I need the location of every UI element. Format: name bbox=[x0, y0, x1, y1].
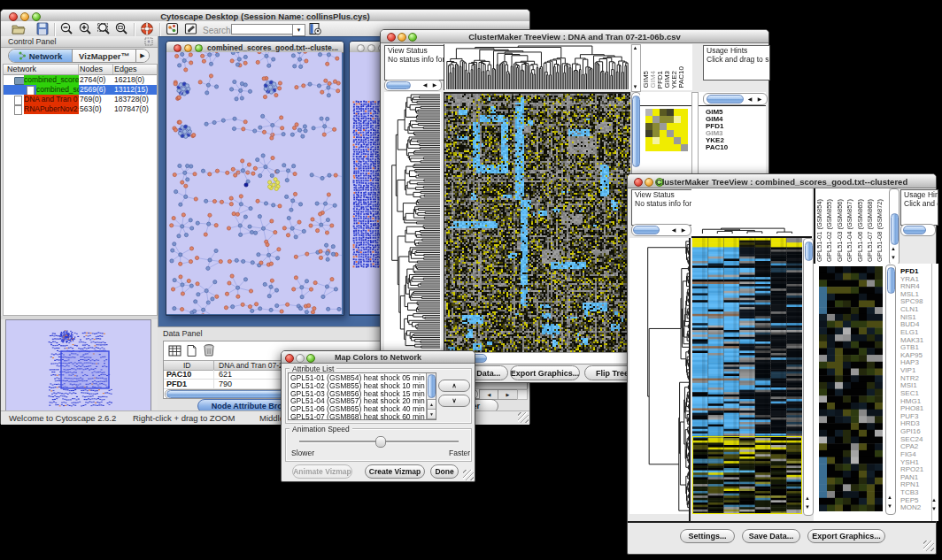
gene-label: VIP1 bbox=[900, 367, 915, 374]
scrollbar-thumb[interactable] bbox=[386, 81, 411, 89]
network-table-row[interactable]: DNA and Tran 07-21-06b.csv769(0)183728(0… bbox=[4, 95, 157, 104]
col-header-network[interactable]: Network bbox=[7, 65, 36, 73]
scroll-up-icon[interactable]: ▲ bbox=[931, 495, 937, 504]
import-table-icon[interactable] bbox=[308, 22, 322, 35]
zoom-window-icon[interactable] bbox=[195, 44, 203, 52]
dialog-title: Map Colors to Network bbox=[282, 353, 475, 362]
scroll-down-icon[interactable]: ▼ bbox=[887, 502, 892, 510]
speed-slider-thumb[interactable] bbox=[375, 436, 386, 448]
attribute-listbox[interactable]: GPL51-01 (GSM854) heat shock 05 minGPL51… bbox=[288, 372, 436, 420]
treeview1-heatmap[interactable] bbox=[444, 92, 630, 352]
minimize-icon[interactable] bbox=[184, 44, 192, 52]
treeview-button[interactable]: Settings... bbox=[680, 529, 735, 543]
close-icon[interactable] bbox=[174, 44, 181, 52]
scroll-up-icon[interactable]: ▲ bbox=[887, 493, 892, 502]
attribute-select-icon[interactable] bbox=[168, 344, 181, 357]
help-lifebuoy-icon[interactable] bbox=[140, 22, 154, 35]
scroll-down-icon[interactable]: ▼ bbox=[931, 504, 937, 513]
treeview2-array-vscrollbar[interactable]: ▲ ▼ bbox=[889, 188, 900, 265]
scrollbar-thumb[interactable] bbox=[887, 267, 895, 294]
move-up-button[interactable]: ∧ bbox=[438, 380, 470, 392]
network-table-row[interactable]: combined_scores_good.txt2764(0)16218(0) bbox=[4, 75, 157, 85]
scroll-right-icon[interactable]: ▶ bbox=[679, 226, 688, 234]
zoom-in-icon[interactable] bbox=[78, 22, 92, 35]
dialog-titlebar[interactable]: Map Colors to Network bbox=[282, 351, 475, 364]
save-icon[interactable] bbox=[35, 22, 50, 35]
treeview1-hints-scrollbar[interactable]: ◀ ▶ bbox=[703, 93, 768, 105]
col-header-nodes[interactable]: Nodes bbox=[80, 65, 103, 73]
col-header-edges[interactable]: Edges bbox=[114, 65, 137, 73]
scrollbar-thumb[interactable] bbox=[632, 96, 640, 167]
scroll-down-icon[interactable]: ▼ bbox=[805, 502, 810, 511]
scrollbar-thumb[interactable] bbox=[805, 242, 813, 261]
treeview1-status-scrollbar[interactable]: ◀ ▶ bbox=[384, 80, 442, 91]
close-icon[interactable] bbox=[357, 44, 365, 52]
zoom-out-icon[interactable] bbox=[59, 22, 73, 35]
zoom-fit-icon[interactable] bbox=[97, 22, 111, 35]
treeview1-zoom-heatmap[interactable] bbox=[645, 109, 688, 151]
network-table-row[interactable]: RNAPuberNov2+N563(0)107847(0) bbox=[4, 104, 157, 114]
network-graph-canvas[interactable] bbox=[166, 52, 342, 314]
treeview1-column-dendrogram[interactable] bbox=[444, 44, 630, 90]
new-attribute-icon[interactable] bbox=[185, 344, 198, 357]
search-dropdown-button[interactable]: ▼ bbox=[292, 24, 305, 36]
open-folder-icon[interactable] bbox=[12, 22, 26, 35]
resize-grip[interactable] bbox=[463, 470, 474, 480]
network-overview[interactable] bbox=[5, 319, 151, 417]
treeview2-status-scrollbar[interactable]: ◀ ▶ bbox=[631, 224, 691, 236]
float-panel-icon[interactable] bbox=[144, 37, 153, 46]
scrollbar-thumb[interactable] bbox=[633, 226, 660, 234]
network-view-icon[interactable] bbox=[166, 22, 180, 35]
scrollbar-thumb[interactable] bbox=[891, 213, 899, 245]
resize-grip[interactable] bbox=[923, 541, 934, 551]
scroll-right-button[interactable]: ▶ bbox=[498, 389, 518, 400]
attr-col-id[interactable]: ID bbox=[183, 361, 191, 370]
minimize-icon[interactable] bbox=[367, 44, 375, 52]
main-titlebar[interactable]: Cytoscape Desktop (Session Name: collins… bbox=[1, 10, 529, 22]
treeview2-hints-scrollbar[interactable] bbox=[900, 224, 936, 236]
tab-overflow[interactable]: ▶ bbox=[136, 50, 149, 62]
scrollbar-thumb[interactable] bbox=[903, 226, 926, 234]
move-down-button[interactable]: ∨ bbox=[438, 395, 470, 407]
dialog-buttons: Animate VizmapCreate VizmapDone bbox=[282, 464, 475, 479]
scroll-down-button[interactable]: ▼ bbox=[427, 409, 436, 419]
dialog-button[interactable]: Create Vizmap bbox=[365, 464, 425, 479]
treeview2-zoom-heatmap[interactable] bbox=[819, 266, 883, 511]
scroll-down-icon[interactable]: ▼ bbox=[632, 82, 638, 91]
scroll-left-icon[interactable]: ◀ bbox=[421, 81, 429, 89]
resize-grip[interactable] bbox=[518, 412, 529, 423]
treeview2-right-strip[interactable]: ▲ ▼ bbox=[931, 264, 938, 521]
scroll-right-icon[interactable]: ▶ bbox=[430, 81, 439, 89]
treeview2-zoom-vscrollbar[interactable]: ▲ ▼ bbox=[885, 265, 896, 515]
treeview2-vscrollbar[interactable]: ▲ ▼ bbox=[803, 238, 814, 516]
treeview2-row-dendrogram[interactable] bbox=[629, 238, 690, 514]
search-input[interactable] bbox=[231, 24, 295, 35]
scroll-up-icon[interactable]: ▲ bbox=[891, 244, 896, 253]
dialog-button[interactable]: Animate Vizmap bbox=[292, 464, 352, 479]
scroll-down-icon[interactable]: ▼ bbox=[891, 253, 896, 262]
scroll-right-icon[interactable]: ▶ bbox=[755, 95, 764, 104]
gene-label: GPI16 bbox=[900, 428, 921, 435]
treeview2-titlebar[interactable]: ClusterMaker TreeView : combined_scores_… bbox=[628, 174, 936, 188]
scrollbar-thumb[interactable] bbox=[706, 95, 744, 104]
scroll-left-icon[interactable]: ◀ bbox=[669, 226, 678, 234]
scrollbar-thumb[interactable] bbox=[428, 374, 436, 398]
attribute-list-item[interactable]: GPL51-07 (GSM868) heat shock 60 min bbox=[290, 413, 436, 420]
tab-vizmapper[interactable]: VizMapper™ bbox=[73, 50, 136, 62]
tab-network[interactable]: Network bbox=[9, 50, 73, 62]
treeview1-titlebar[interactable]: ClusterMaker TreeView : DNA and Tran 07-… bbox=[381, 30, 768, 43]
scroll-left-icon[interactable]: ◀ bbox=[745, 95, 754, 104]
scroll-up-icon[interactable]: ▲ bbox=[805, 494, 810, 502]
treeview-button[interactable]: Save Data... bbox=[742, 529, 800, 543]
treeview1-row-dendrogram[interactable] bbox=[384, 92, 441, 350]
annotation-icon[interactable] bbox=[184, 22, 198, 35]
attribute-list-vscrollbar[interactable]: ▲ ▼ bbox=[426, 373, 436, 419]
delete-attribute-icon[interactable] bbox=[202, 343, 216, 357]
treeview1-col-scroll-strip[interactable]: ▲ ▼ bbox=[631, 44, 641, 92]
zoom-selected-icon[interactable] bbox=[114, 22, 128, 35]
dialog-button[interactable]: Done bbox=[430, 464, 459, 479]
treeview-button[interactable]: Export Graphics... bbox=[807, 529, 885, 543]
treeview-button[interactable]: Export Graphics... bbox=[510, 365, 580, 380]
network-table-row[interactable]: combined_scores_good.txt--clustered2569(… bbox=[4, 85, 157, 95]
scroll-up-icon[interactable]: ▲ bbox=[632, 43, 638, 52]
